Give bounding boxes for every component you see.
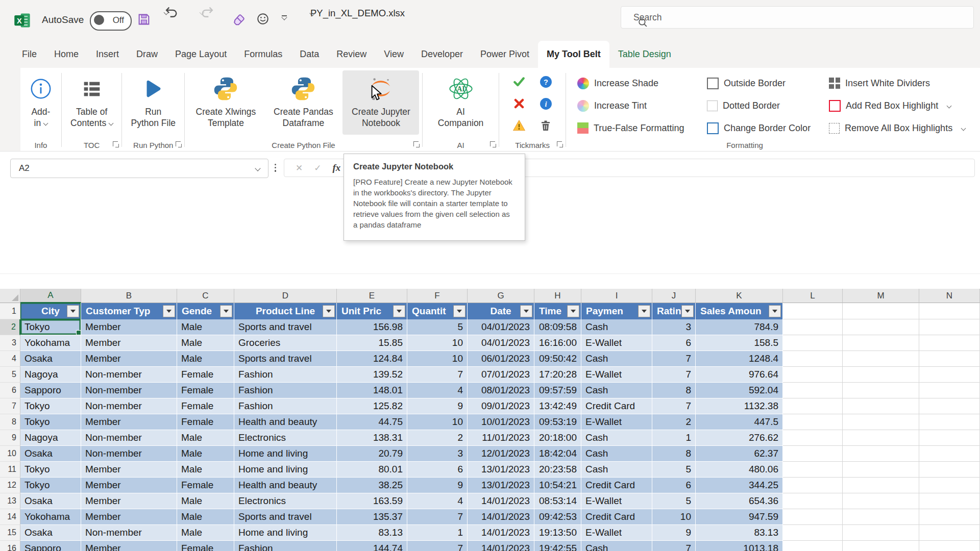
- cell-K7[interactable]: 1132.38: [696, 398, 783, 414]
- dialog-launcher-icon[interactable]: [413, 141, 420, 148]
- formula-bar-grip[interactable]: [275, 162, 276, 173]
- cell-G9[interactable]: 11/01/2023: [468, 430, 534, 446]
- cell-B14[interactable]: Member: [81, 509, 177, 525]
- cell-F10[interactable]: 3: [407, 446, 468, 462]
- tab-home[interactable]: Home: [45, 42, 87, 67]
- cell-B11[interactable]: Member: [81, 462, 177, 478]
- cell-K3[interactable]: 158.5: [696, 335, 783, 351]
- true-false-formatting-button[interactable]: True-False Formatting: [577, 117, 700, 139]
- cell-I15[interactable]: E-Wallet: [581, 525, 652, 541]
- cell-E15[interactable]: 83.13: [337, 525, 407, 541]
- cell-M9[interactable]: [843, 430, 919, 446]
- cell-K8[interactable]: 447.5: [696, 414, 783, 430]
- column-letter-C[interactable]: C: [177, 289, 234, 303]
- cell-L2[interactable]: [783, 319, 843, 335]
- cell-M5[interactable]: [843, 367, 919, 383]
- cell-I14[interactable]: Credit Card: [581, 509, 652, 525]
- cell-H16[interactable]: 19:42:55: [534, 541, 581, 551]
- cell-C14[interactable]: Male: [177, 509, 234, 525]
- cell-E12[interactable]: 38.25: [337, 478, 407, 493]
- cell-B4[interactable]: Member: [81, 351, 177, 367]
- cell-M2[interactable]: [843, 319, 919, 335]
- cell-F9[interactable]: 2: [407, 430, 468, 446]
- cell-J15[interactable]: 9: [652, 525, 696, 541]
- cell-F15[interactable]: 1: [407, 525, 468, 541]
- cell-G15[interactable]: 14/01/2023: [468, 525, 534, 541]
- search-input[interactable]: Search: [621, 6, 974, 29]
- tab-power-pivot[interactable]: Power Pivot: [472, 42, 538, 67]
- cell-I12[interactable]: Credit Card: [581, 478, 652, 493]
- cell-J8[interactable]: 2: [652, 414, 696, 430]
- cell-K14[interactable]: 947.59: [696, 509, 783, 525]
- cell-C8[interactable]: Female: [177, 414, 234, 430]
- cell-G7[interactable]: 09/01/2023: [468, 398, 534, 414]
- row-header-13[interactable]: 13: [0, 493, 20, 509]
- red-box-chevron[interactable]: [947, 103, 952, 108]
- cell-C10[interactable]: Male: [177, 446, 234, 462]
- tab-formulas[interactable]: Formulas: [235, 42, 291, 67]
- cell-M7[interactable]: [843, 398, 919, 414]
- tab-review[interactable]: Review: [328, 42, 375, 67]
- excel-app-icon[interactable]: X: [13, 11, 32, 30]
- cell-F2[interactable]: 5: [407, 319, 468, 335]
- cell-A12[interactable]: Tokyo: [20, 478, 81, 493]
- row-header-12[interactable]: 12: [0, 478, 20, 493]
- cell-H3[interactable]: 16:16:00: [534, 335, 581, 351]
- cell-L1[interactable]: [783, 303, 843, 319]
- cell-D11[interactable]: Home and living: [234, 462, 337, 478]
- cell-F12[interactable]: 9: [407, 478, 468, 493]
- cell-C7[interactable]: Female: [177, 398, 234, 414]
- increase-shade-button[interactable]: Increase Shade: [577, 72, 700, 94]
- row-header-11[interactable]: 11: [0, 462, 20, 478]
- cell-D15[interactable]: Home and living: [234, 525, 337, 541]
- cell-J13[interactable]: 5: [652, 493, 696, 509]
- cell-L10[interactable]: [783, 446, 843, 462]
- tab-view[interactable]: View: [375, 42, 412, 67]
- filter-button[interactable]: [393, 305, 405, 317]
- cell-H13[interactable]: 08:53:14: [534, 493, 581, 509]
- cell-D5[interactable]: Fashion: [234, 367, 337, 383]
- cell-N7[interactable]: [919, 398, 980, 414]
- cell-A5[interactable]: Nagoya: [20, 367, 81, 383]
- cell-L8[interactable]: [783, 414, 843, 430]
- cell-D9[interactable]: Electronics: [234, 430, 337, 446]
- cell-L14[interactable]: [783, 509, 843, 525]
- cell-L5[interactable]: [783, 367, 843, 383]
- cell-E16[interactable]: 144.74: [337, 541, 407, 551]
- cell-G10[interactable]: 12/01/2023: [468, 446, 534, 462]
- column-header-sales-amoun[interactable]: Sales Amoun: [696, 303, 783, 319]
- cell-C3[interactable]: Male: [177, 335, 234, 351]
- cell-F16[interactable]: 7: [407, 541, 468, 551]
- cell-J3[interactable]: 6: [652, 335, 696, 351]
- cell-C15[interactable]: Male: [177, 525, 234, 541]
- tab-insert[interactable]: Insert: [87, 42, 128, 67]
- insert-white-dividers-button[interactable]: Insert White Dividers: [829, 72, 980, 94]
- cell-M4[interactable]: [843, 351, 919, 367]
- cell-G16[interactable]: 14/01/2023: [468, 541, 534, 551]
- cell-M15[interactable]: [843, 525, 919, 541]
- filter-button[interactable]: [769, 305, 781, 317]
- insert-function-icon[interactable]: fx: [333, 162, 341, 173]
- cell-B15[interactable]: Non-member: [81, 525, 177, 541]
- cell-H5[interactable]: 17:20:28: [534, 367, 581, 383]
- cell-D8[interactable]: Health and beauty: [234, 414, 337, 430]
- cell-C16[interactable]: Female: [177, 541, 234, 551]
- cell-M14[interactable]: [843, 509, 919, 525]
- cell-K10[interactable]: 62.37: [696, 446, 783, 462]
- column-letter-M[interactable]: M: [843, 289, 919, 303]
- cell-E9[interactable]: 138.31: [337, 430, 407, 446]
- cell-H6[interactable]: 09:57:59: [534, 383, 581, 398]
- cell-N14[interactable]: [919, 509, 980, 525]
- cell-J6[interactable]: 8: [652, 383, 696, 398]
- cell-J5[interactable]: 7: [652, 367, 696, 383]
- create-pandas-dataframe-button[interactable]: Create Pandas Dataframe: [265, 70, 341, 135]
- cell-A8[interactable]: Tokyo: [20, 414, 81, 430]
- column-header-customer-typ[interactable]: Customer Typ: [81, 303, 177, 319]
- cell-F13[interactable]: 4: [407, 493, 468, 509]
- dialog-launcher-icon[interactable]: [557, 141, 564, 148]
- column-header-date[interactable]: Date: [468, 303, 534, 319]
- cell-H9[interactable]: 20:18:00: [534, 430, 581, 446]
- cell-M6[interactable]: [843, 383, 919, 398]
- dialog-launcher-icon[interactable]: [113, 141, 119, 148]
- cell-A7[interactable]: Tokyo: [20, 398, 81, 414]
